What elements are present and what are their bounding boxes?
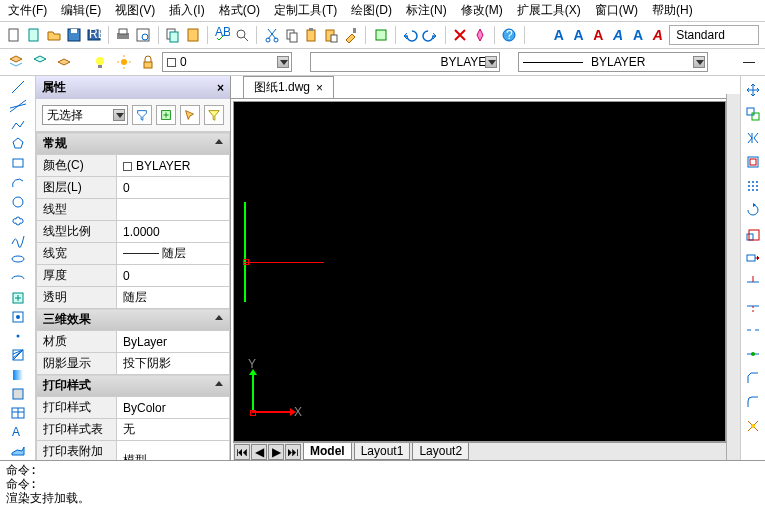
move-icon[interactable] (743, 80, 763, 100)
prop-value[interactable]: ByColor (117, 397, 230, 419)
pickadd-icon[interactable] (156, 105, 176, 125)
help-icon[interactable]: ? (501, 25, 518, 45)
menu-help[interactable]: 帮助(H) (652, 2, 693, 19)
open-icon[interactable] (46, 25, 63, 45)
tab-nav-last-icon[interactable]: ⏭ (285, 444, 301, 460)
undo-icon[interactable] (402, 25, 419, 45)
new-sheet-icon[interactable] (26, 25, 43, 45)
sun-icon[interactable] (114, 52, 134, 72)
explode-icon[interactable] (743, 416, 763, 436)
prop-group-header[interactable]: 三维效果 (37, 309, 230, 331)
textstyle-combo[interactable]: Standard (669, 25, 759, 45)
textstyle-a3-icon[interactable]: A (590, 25, 607, 45)
prop-value[interactable]: BYLAYER (117, 155, 230, 177)
save-icon[interactable] (65, 25, 82, 45)
linetype-combo[interactable]: BYLAYER (310, 52, 500, 72)
prop-group-header[interactable]: 打印样式 (37, 375, 230, 397)
prop-value[interactable] (117, 199, 230, 221)
makeblock-icon[interactable] (9, 308, 27, 325)
spell-icon[interactable]: ABC (214, 25, 231, 45)
vertical-scrollbar[interactable] (726, 94, 740, 460)
new-icon[interactable] (6, 25, 23, 45)
tab-close-icon[interactable]: × (316, 81, 323, 95)
copy-obj-icon[interactable] (743, 104, 763, 124)
prop-value[interactable]: 1.0000 (117, 221, 230, 243)
layer-tool-icon[interactable] (54, 52, 74, 72)
region-icon[interactable] (9, 385, 27, 402)
textstyle-a6-icon[interactable]: A (649, 25, 666, 45)
selectobj-icon[interactable] (180, 105, 200, 125)
menu-file[interactable]: 文件(F) (8, 2, 47, 19)
print-icon[interactable] (115, 25, 132, 45)
table-icon[interactable] (9, 404, 27, 421)
line-icon[interactable] (9, 78, 27, 95)
circle-icon[interactable] (9, 193, 27, 210)
layout-tab-1[interactable]: Layout1 (354, 443, 411, 460)
prop-value[interactable]: ——— 随层 (117, 243, 230, 265)
fillet-icon[interactable] (743, 392, 763, 412)
paste-doc-icon[interactable] (184, 25, 201, 45)
tab-nav-first-icon[interactable]: ⏮ (234, 444, 250, 460)
paste-icon[interactable] (323, 25, 340, 45)
ellipse-icon[interactable] (9, 251, 27, 268)
textstyle-a4-icon[interactable]: A (610, 25, 627, 45)
join-icon[interactable] (743, 344, 763, 364)
rotate-icon[interactable] (743, 200, 763, 220)
arc-icon[interactable] (9, 174, 27, 191)
prop-value[interactable]: 0 (117, 265, 230, 287)
prop-value[interactable]: 投下阴影 (117, 353, 230, 375)
selection-combo[interactable]: 无选择 (42, 105, 128, 125)
ellipsearc-icon[interactable] (9, 270, 27, 287)
textstyle-a2-icon[interactable]: A (570, 25, 587, 45)
filter-icon[interactable] (204, 105, 224, 125)
menu-view[interactable]: 视图(V) (115, 2, 155, 19)
array-icon[interactable] (743, 176, 763, 196)
menu-dim[interactable]: 标注(N) (406, 2, 447, 19)
copyclip-icon[interactable] (303, 25, 320, 45)
copy-doc-icon[interactable] (164, 25, 181, 45)
mtext-icon[interactable]: A (9, 424, 27, 441)
menu-insert[interactable]: 插入(I) (169, 2, 204, 19)
chamfer-icon[interactable] (743, 368, 763, 388)
redo-icon[interactable] (422, 25, 439, 45)
panel-close-icon[interactable]: × (217, 81, 224, 95)
tab-nav-prev-icon[interactable]: ◀ (251, 444, 267, 460)
minimize-icon[interactable]: — (739, 52, 759, 72)
prop-value[interactable]: 0 (117, 177, 230, 199)
prop-value[interactable]: 模型 (117, 441, 230, 461)
offset-icon[interactable] (743, 152, 763, 172)
layer-state-icon[interactable] (30, 52, 50, 72)
hatch-icon[interactable] (9, 347, 27, 364)
pline-icon[interactable] (9, 116, 27, 133)
stretch-icon[interactable] (743, 248, 763, 268)
menu-customtools[interactable]: 定制工具(T) (274, 2, 337, 19)
cut-icon[interactable] (263, 25, 280, 45)
menu-format[interactable]: 格式(O) (219, 2, 260, 19)
insert-icon[interactable] (9, 289, 27, 306)
layout-tab-2[interactable]: Layout2 (412, 443, 469, 460)
menu-modify[interactable]: 修改(M) (461, 2, 503, 19)
layout-tab-model[interactable]: Model (303, 443, 352, 460)
mirror-icon[interactable] (743, 128, 763, 148)
surface-icon[interactable] (9, 443, 27, 460)
prop-value[interactable]: 随层 (117, 287, 230, 309)
print-preview-icon[interactable] (135, 25, 152, 45)
prop-value[interactable]: ByLayer (117, 331, 230, 353)
revcloud-icon[interactable] (9, 212, 27, 229)
menu-exttools[interactable]: 扩展工具(X) (517, 2, 581, 19)
lightbulb-icon[interactable] (90, 52, 110, 72)
scale-icon[interactable] (743, 224, 763, 244)
copy-icon[interactable] (283, 25, 300, 45)
trim-icon[interactable] (743, 272, 763, 292)
matchprop-icon[interactable] (343, 25, 360, 45)
drawing-canvas[interactable]: Y X (233, 101, 726, 442)
polygon-icon[interactable] (9, 136, 27, 153)
menu-edit[interactable]: 编辑(E) (61, 2, 101, 19)
purge-icon[interactable] (471, 25, 488, 45)
lock-icon[interactable] (138, 52, 158, 72)
layer-combo[interactable]: 0 (162, 52, 292, 72)
quickselect-icon[interactable] (132, 105, 152, 125)
xline-icon[interactable] (9, 97, 27, 114)
prop-value[interactable]: 无 (117, 419, 230, 441)
point-icon[interactable] (9, 328, 27, 345)
